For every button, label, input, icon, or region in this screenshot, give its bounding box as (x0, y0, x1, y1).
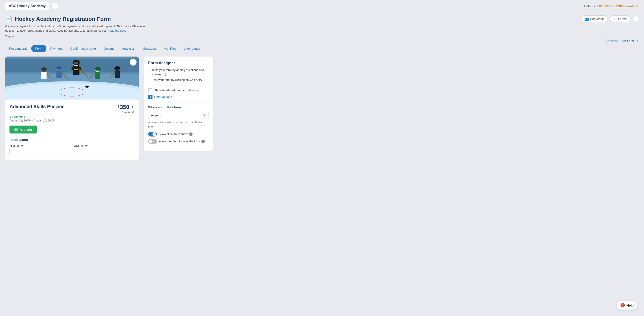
tags-label: Tags ✏ (5, 35, 14, 38)
share-label: Share (610, 39, 618, 43)
anyone-desc: Anyone with or without an account can fi… (148, 121, 208, 129)
page-actions: 👥 Sequence ↩ Forms ⋮ (581, 15, 639, 22)
allow-save-toggle[interactable] (148, 139, 157, 144)
tab-options[interactable]: Options (100, 45, 118, 52)
share-row: 🔗 Share Visit or fill ↗ (0, 38, 644, 44)
page-description: Capture a registration to a class with a… (5, 24, 156, 33)
page-header: 📄 Hockey Academy Registration Form 👥 Seq… (0, 12, 644, 38)
designer-bullet-2: Test your form by clicking on Visit or f… (152, 78, 208, 82)
svg-rect-33 (116, 69, 119, 71)
color-options-label: Color options (154, 95, 172, 99)
participants-section: Participants First name* Last name* (10, 138, 134, 156)
show-logo-checkbox[interactable] (148, 88, 152, 92)
svg-rect-12 (56, 70, 62, 78)
last-name-input[interactable] (74, 148, 134, 156)
org-name-button[interactable]: ABC Hockey Academy (5, 2, 49, 10)
last-name-group: Last name* (74, 144, 134, 156)
forms-icon: ↩ (614, 17, 617, 21)
register-label: Register (20, 128, 32, 131)
image-menu-button[interactable]: ⋮ (130, 59, 136, 66)
name-fields-row: First name* Last name* (10, 144, 134, 156)
form-designer-panel: Form designer Build your form by adding … (144, 57, 213, 151)
svg-point-35 (85, 86, 89, 88)
svg-rect-22 (72, 67, 74, 70)
svg-rect-28 (96, 70, 100, 71)
price-menu-button[interactable]: ⋮ (130, 104, 134, 109)
designer-title: Form designer (148, 61, 208, 65)
show-logo-label: Show header with organization logo (154, 89, 200, 92)
form-body: Advanced Skills Peewee $ 350 ⋮ # spots l… (5, 100, 139, 160)
sequence-button[interactable]: 👥 Sequence (581, 15, 608, 22)
tags-edit-icon[interactable]: ✏ (12, 35, 14, 38)
allow-connect-label: Allow client to connect i (159, 133, 192, 136)
balance-area: Balance 100 SMS or 9,995 emails ⚠ (584, 4, 639, 8)
tab-analytics[interactable]: Analytics (118, 45, 138, 52)
sequence-label: Sequence (590, 17, 604, 21)
help-button[interactable]: ! Help (617, 301, 638, 310)
designer-bullets: Build your form by adding questions and … (148, 68, 208, 82)
price-symbol: $ (118, 105, 120, 108)
org-menu-button[interactable]: ⋮ (52, 2, 58, 9)
sequence-icon: 👥 (585, 17, 589, 21)
allow-connect-toggle[interactable] (148, 132, 157, 137)
price-menu-icon: ⋮ (130, 104, 134, 108)
tab-confirmation[interactable]: Confirmation page (66, 45, 100, 52)
who-fill-title: Who can fill this form (148, 105, 208, 109)
share-icon: 🔗 (605, 39, 609, 43)
first-name-input[interactable] (10, 148, 70, 156)
svg-rect-25 (95, 71, 100, 79)
last-name-label: Last name* (74, 144, 134, 147)
color-options-button[interactable]: + Color options (148, 95, 208, 99)
share-link[interactable]: 🔗 Share (605, 39, 618, 43)
forms-label: Forms (618, 17, 626, 21)
help-label: Help (626, 304, 634, 307)
date-range: August 11, 2025 to August 15, 2025 (10, 119, 134, 122)
allow-save-info-icon[interactable]: i (202, 140, 205, 143)
form-preview-card: ⋮ Advanced Skills Peewee $ 350 ⋮ (5, 57, 139, 160)
tab-messages[interactable]: Messages (138, 45, 160, 52)
image-menu-icon: ⋮ (131, 60, 135, 64)
allow-save-row: Allow the client to save the form i (148, 139, 208, 144)
docs-link[interactable]: Read the docs (108, 29, 126, 32)
visit-fill-link-text: Visit or fill (190, 78, 202, 81)
more-options-button[interactable]: ⋮ (633, 16, 639, 22)
class-header: Advanced Skills Peewee $ 350 ⋮ # spots l… (10, 104, 134, 114)
tab-payment[interactable]: Payment (46, 45, 66, 52)
participants-title: Participants (10, 138, 134, 142)
top-bar: ABC Hockey Academy ⋮ Balance 100 SMS or … (0, 0, 644, 12)
register-icon: ☑ (14, 128, 18, 131)
allow-connect-info-icon[interactable]: i (189, 133, 192, 136)
org-name-label: ABC Hockey Academy (9, 4, 46, 8)
tags-row: Tags ✏ (5, 35, 639, 38)
balance-label: Balance (584, 4, 596, 8)
help-icon: ! (620, 303, 625, 308)
org-menu-icon: ⋮ (53, 4, 57, 8)
svg-rect-30 (114, 70, 120, 78)
external-link-icon: ↗ (636, 39, 639, 43)
color-options-plus-icon: + (148, 95, 152, 99)
form-header-image: ⋮ (5, 57, 139, 100)
who-fill-dropdown[interactable]: Anyone Only logged-in users Only invited… (148, 111, 208, 119)
first-name-group: First name* (10, 144, 70, 156)
tab-form[interactable]: Form (31, 45, 46, 52)
tab-attendance[interactable]: Attendance (180, 45, 204, 52)
more-options-icon: ⋮ (634, 16, 638, 21)
doc-icon: 📄 (5, 15, 13, 22)
designer-divider-2 (148, 103, 208, 103)
forms-button[interactable]: ↩ Forms (610, 15, 631, 22)
spots-left-label: # spots left (118, 111, 134, 114)
tab-respondents[interactable]: Respondents (5, 45, 31, 52)
upcoming-text: 5 upcoming (10, 115, 134, 119)
tab-notfilled[interactable]: Not filled (160, 45, 180, 52)
designer-divider (148, 86, 208, 86)
show-logo-row: Show header with organization logo (148, 88, 208, 92)
class-title: Advanced Skills Peewee (10, 104, 64, 109)
allow-save-label: Allow the client to save the form i (159, 140, 205, 143)
register-button[interactable]: ☑ Register (10, 126, 37, 134)
svg-rect-10 (42, 70, 46, 72)
visit-or-fill-link[interactable]: Visit or fill ↗ (622, 39, 639, 43)
balance-value: 100 SMS or 9,995 emails (597, 4, 634, 8)
allow-connect-row: Allow client to connect i (148, 132, 208, 137)
warning-icon: ⚠ (636, 4, 639, 8)
price-amount: 350 (120, 104, 129, 111)
